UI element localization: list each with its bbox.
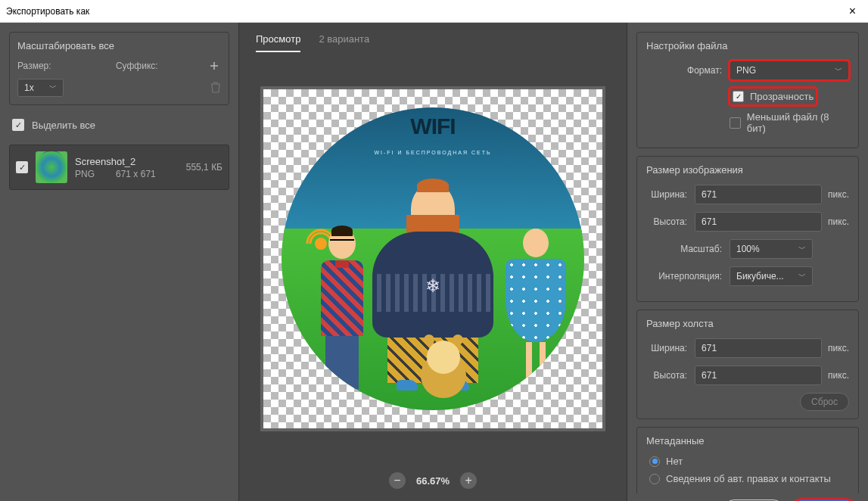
transparency-checkbox[interactable] xyxy=(733,91,744,102)
metadata-none-radio[interactable] xyxy=(649,456,660,467)
chevron-down-icon: ﹀ xyxy=(49,82,57,93)
metadata-info-row: Сведения об авт. правах и контакты xyxy=(649,473,849,484)
close-icon[interactable]: × xyxy=(843,5,862,18)
center-panel: Просмотр 2 варианта WIFI WI-FI И БЕСПРОВ… xyxy=(238,23,627,501)
bottom-bar: v5.8.18 Отмена Экспорт xyxy=(636,493,859,501)
logo-subtitle: WI-FI И БЕСПРОВОДНАЯ СЕТЬ xyxy=(374,150,491,155)
file-name: Screenshot_2 xyxy=(75,156,179,167)
transparency-label: Прозрачность xyxy=(750,91,814,102)
px-unit: пикс. xyxy=(828,189,849,200)
canvas-width-input[interactable] xyxy=(695,338,822,358)
tabs: Просмотр 2 варианта xyxy=(239,23,627,52)
metadata-section: Метаданные Нет Сведения об авт. правах и… xyxy=(636,427,859,493)
canvas-height-input[interactable] xyxy=(695,366,822,385)
select-all-checkbox[interactable] xyxy=(12,119,24,131)
right-panel: Настройки файла Формат: PNG ﹀ Прозрачнос… xyxy=(627,23,868,501)
file-item[interactable]: Screenshot_2 PNG 671 x 671 555,1 КБ xyxy=(9,145,229,190)
artwork: WIFI WI-FI И БЕСПРОВОДНАЯ СЕТЬ ❄ xyxy=(282,107,584,410)
smaller-file-checkbox[interactable] xyxy=(730,117,741,129)
window-title: Экспортировать как xyxy=(6,6,89,17)
format-value: PNG xyxy=(736,65,756,76)
file-size: 555,1 КБ xyxy=(186,162,222,173)
width-label: Ширина: xyxy=(646,189,687,200)
preview-area[interactable]: WIFI WI-FI И БЕСПРОВОДНАЯ СЕТЬ ❄ xyxy=(239,52,627,465)
left-panel: Масштабировать все Размер: Суффикс: 1x ﹀… xyxy=(0,23,238,501)
suffix-label: Суффикс: xyxy=(116,61,158,71)
zoom-controls: − 66.67% + xyxy=(239,465,627,501)
resample-select[interactable]: Бикубиче... ﹀ xyxy=(730,266,813,286)
canvas-size-title: Размер холста xyxy=(646,318,849,329)
character-hamster xyxy=(421,338,466,398)
canvas-size-section: Размер холста Ширина: пикс. Высота: пикс… xyxy=(636,310,859,419)
metadata-none-row: Нет xyxy=(649,456,849,467)
scale-select[interactable]: 100% ﹀ xyxy=(730,239,813,259)
zoom-value: 66.67% xyxy=(416,475,450,487)
tab-preview[interactable]: Просмотр xyxy=(256,33,300,52)
metadata-title: Метаданные xyxy=(646,435,849,447)
select-all-row: Выделить все xyxy=(9,114,229,135)
file-dimensions: 671 x 671 xyxy=(116,169,156,179)
smaller-file-row: Меньший файл (8 бит) xyxy=(730,111,849,134)
image-size-section: Размер изображения Ширина: пикс. Высота:… xyxy=(636,156,859,302)
px-unit: пикс. xyxy=(828,343,849,353)
file-checkbox[interactable] xyxy=(16,161,28,173)
size-select[interactable]: 1x ﹀ xyxy=(17,79,64,97)
metadata-none-label: Нет xyxy=(666,456,683,467)
canvas-width-label: Ширина: xyxy=(646,343,687,353)
trash-icon[interactable] xyxy=(210,81,221,95)
scale-all-title: Масштабировать все xyxy=(17,40,221,51)
character-right xyxy=(506,229,566,395)
width-input[interactable] xyxy=(695,185,822,204)
file-format: PNG xyxy=(75,169,95,179)
chevron-down-icon: ﹀ xyxy=(835,65,842,76)
canvas-height-label: Высота: xyxy=(646,370,687,381)
transparency-row: Прозрачность xyxy=(730,88,817,105)
file-settings-section: Настройки файла Формат: PNG ﹀ Прозрачнос… xyxy=(636,32,859,148)
file-settings-title: Настройки файла xyxy=(646,40,849,51)
scale-label: Масштаб: xyxy=(646,244,722,254)
metadata-info-radio[interactable] xyxy=(649,474,660,484)
image-size-title: Размер изображения xyxy=(646,164,849,176)
smaller-file-label: Меньший файл (8 бит) xyxy=(747,111,849,134)
resample-label: Интерполяция: xyxy=(646,271,722,282)
select-all-label: Выделить все xyxy=(32,120,95,131)
format-select[interactable]: PNG ﹀ xyxy=(730,61,849,80)
reset-button[interactable]: Сброс xyxy=(800,393,849,411)
px-unit: пикс. xyxy=(828,216,849,227)
format-label: Формат: xyxy=(646,65,722,76)
add-size-button[interactable] xyxy=(207,59,221,73)
scale-all-section: Масштабировать все Размер: Суффикс: 1x ﹀ xyxy=(9,32,229,105)
scale-value: 100% xyxy=(736,244,760,254)
preview-canvas: WIFI WI-FI И БЕСПРОВОДНАЯ СЕТЬ ❄ xyxy=(263,89,602,428)
character-left xyxy=(312,229,372,395)
height-label: Высота: xyxy=(646,216,687,227)
tab-variants[interactable]: 2 варианта xyxy=(319,33,369,52)
size-label: Размер: xyxy=(17,61,51,71)
metadata-info-label: Сведения об авт. правах и контакты xyxy=(666,473,831,484)
chevron-down-icon: ﹀ xyxy=(798,244,806,254)
zoom-out-button[interactable]: − xyxy=(389,472,406,489)
titlebar: Экспортировать как × xyxy=(0,0,868,23)
height-input[interactable] xyxy=(695,212,822,232)
chevron-down-icon: ﹀ xyxy=(798,271,806,282)
logo-text: WIFI xyxy=(410,114,455,139)
size-value: 1x xyxy=(24,82,34,93)
file-thumbnail xyxy=(36,151,67,183)
zoom-in-button[interactable]: + xyxy=(460,472,477,489)
px-unit: пикс. xyxy=(828,370,849,381)
resample-value: Бикубиче... xyxy=(736,271,784,282)
